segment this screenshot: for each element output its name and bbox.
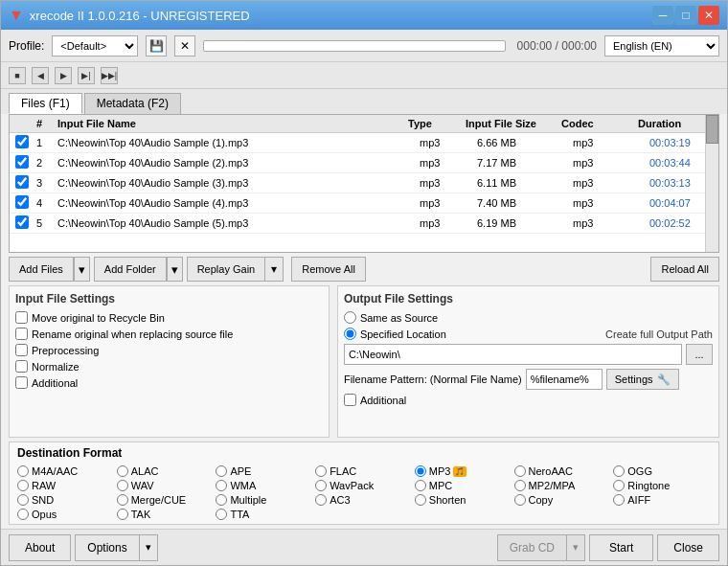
- same-as-source-radio[interactable]: [344, 311, 356, 324]
- format-radio-opus[interactable]: [17, 509, 29, 520]
- about-button[interactable]: About: [9, 534, 71, 561]
- filename-settings-button[interactable]: Settings 🔧: [606, 369, 679, 390]
- format-radio-mpc[interactable]: [415, 480, 426, 491]
- row-checkbox-cell: [13, 134, 34, 151]
- row-type: mp3: [418, 196, 475, 210]
- format-radio-copy[interactable]: [514, 494, 526, 506]
- format-radio-multiple[interactable]: [216, 494, 227, 506]
- same-as-source-label: Same as Source: [360, 312, 438, 324]
- format-radio-alac[interactable]: [117, 465, 128, 477]
- format-option: WAV: [117, 480, 215, 491]
- header-duration: Duration: [636, 117, 703, 130]
- format-radio-ape[interactable]: [216, 465, 227, 477]
- add-files-button[interactable]: Add Files: [9, 257, 74, 282]
- format-radio-ringtone[interactable]: [613, 480, 625, 491]
- scrollbar-thumb[interactable]: [706, 115, 718, 144]
- format-label-ogg: OGG: [627, 465, 652, 477]
- replay-gain-arrow[interactable]: ▾: [264, 258, 283, 281]
- grab-cd-button[interactable]: Grab CD: [497, 534, 566, 561]
- format-radio-neroaac[interactable]: [514, 465, 526, 477]
- input-option-checkbox-1[interactable]: [15, 328, 28, 340]
- filename-input[interactable]: [526, 369, 603, 390]
- input-option-row: Normalize: [15, 360, 323, 373]
- row-checkbox-0[interactable]: [15, 135, 29, 148]
- grab-cd-arrow-button[interactable]: ▾: [566, 534, 585, 561]
- browse-button[interactable]: ...: [686, 344, 713, 365]
- format-radio-tta[interactable]: [216, 509, 227, 520]
- output-additional-checkbox[interactable]: [344, 394, 356, 406]
- table-row[interactable]: 4 C:\Neowin\Top 40\Audio Sample (4).mp3 …: [10, 193, 718, 214]
- tab-metadata[interactable]: Metadata (F2): [84, 93, 181, 114]
- format-radio-m4a/aac[interactable]: [17, 465, 29, 477]
- row-checkbox-1[interactable]: [15, 155, 29, 169]
- format-radio-tak[interactable]: [117, 509, 128, 520]
- options-arrow-button[interactable]: ▾: [139, 534, 158, 561]
- format-radio-mp3[interactable]: [415, 465, 426, 477]
- stop-button[interactable]: ■: [9, 67, 26, 84]
- format-radio-wav[interactable]: [117, 480, 128, 491]
- format-radio-ac3[interactable]: [315, 494, 327, 506]
- start-button[interactable]: Start: [589, 534, 653, 561]
- title-bar-left: ▼ xrecode II 1.0.0.216 - UNREGISTERED: [9, 7, 250, 24]
- row-checkbox-3[interactable]: [15, 195, 29, 209]
- tab-files[interactable]: Files (F1): [9, 93, 82, 114]
- file-rows-container: 1 C:\Neowin\Top 40\Audio Sample (1).mp3 …: [10, 133, 718, 234]
- destination-format: Destination Format M4A/AAC ALAC APE FLAC: [9, 441, 719, 525]
- format-option: Merge/CUE: [117, 494, 215, 506]
- format-radio-merge/cue[interactable]: [117, 494, 128, 506]
- table-row[interactable]: 1 C:\Neowin\Top 40\Audio Sample (1).mp3 …: [10, 133, 718, 153]
- row-checkbox-4[interactable]: [15, 215, 29, 229]
- add-folder-button[interactable]: Add Folder: [94, 257, 167, 282]
- format-option: MP2/MPA: [514, 480, 612, 491]
- close-button[interactable]: Close: [657, 534, 719, 561]
- format-option: FLAC: [315, 465, 413, 477]
- add-files-arrow[interactable]: ▾: [74, 257, 90, 282]
- remove-all-button[interactable]: Remove All: [291, 257, 366, 282]
- close-window-button[interactable]: ✕: [698, 6, 719, 25]
- format-radio-mp2/mpa[interactable]: [514, 480, 526, 491]
- options-button[interactable]: Options: [75, 534, 138, 561]
- format-label-ac3: AC3: [330, 494, 350, 506]
- save-profile-button[interactable]: 💾: [146, 35, 167, 57]
- next-button[interactable]: ▶|: [78, 67, 95, 84]
- format-radio-shorten[interactable]: [415, 494, 426, 506]
- format-radio-snd[interactable]: [17, 494, 29, 506]
- language-select[interactable]: English (EN): [604, 35, 719, 57]
- input-option-checkbox-0[interactable]: [15, 311, 28, 324]
- maximize-button[interactable]: □: [675, 6, 696, 25]
- end-button[interactable]: ▶▶|: [101, 67, 118, 84]
- file-list-container: # Input File Name Type Input File Size C…: [9, 114, 719, 253]
- close-profile-button[interactable]: ✕: [174, 35, 195, 57]
- filename-pattern-label: Filename Pattern: (Normal File Name): [344, 374, 522, 385]
- format-radio-ogg[interactable]: [613, 465, 625, 477]
- row-checkbox-2[interactable]: [15, 175, 29, 189]
- reload-all-button[interactable]: Reload All: [650, 257, 719, 282]
- row-codec: mp3: [571, 196, 648, 210]
- format-radio-raw[interactable]: [17, 480, 29, 491]
- play-button[interactable]: ▶: [55, 67, 72, 84]
- input-option-checkbox-4[interactable]: [15, 376, 28, 389]
- table-row[interactable]: 5 C:\Neowin\Top 40\Audio Sample (5).mp3 …: [10, 214, 718, 234]
- format-radio-wma[interactable]: [216, 480, 227, 491]
- minimize-button[interactable]: ─: [652, 6, 673, 25]
- prev-button[interactable]: ◀: [32, 67, 49, 84]
- table-row[interactable]: 3 C:\Neowin\Top 40\Audio Sample (3).mp3 …: [10, 173, 718, 193]
- scrollbar-vertical[interactable]: [705, 115, 718, 252]
- specified-location-radio[interactable]: [344, 328, 356, 340]
- format-radio-flac[interactable]: [315, 465, 327, 477]
- table-row[interactable]: 2 C:\Neowin\Top 40\Audio Sample (2).mp3 …: [10, 153, 718, 173]
- input-option-checkbox-3[interactable]: [15, 360, 28, 373]
- location-input[interactable]: [344, 344, 682, 365]
- format-radio-wavpack[interactable]: [315, 480, 327, 491]
- row-num: 3: [34, 176, 56, 190]
- row-num: 2: [34, 156, 56, 170]
- profile-select[interactable]: <Default>: [52, 35, 138, 57]
- row-filename: C:\Neowin\Top 40\Audio Sample (5).mp3: [56, 216, 418, 230]
- input-option-label-3: Normalize: [32, 361, 80, 373]
- add-folder-arrow[interactable]: ▾: [167, 257, 183, 282]
- format-option: Opus: [17, 509, 115, 520]
- action-bar: Add Files ▾ Add Folder ▾ Replay Gain ▾ R…: [1, 253, 727, 285]
- header-type: Type: [406, 117, 464, 130]
- format-radio-aiff[interactable]: [613, 494, 625, 506]
- input-option-checkbox-2[interactable]: [15, 344, 28, 356]
